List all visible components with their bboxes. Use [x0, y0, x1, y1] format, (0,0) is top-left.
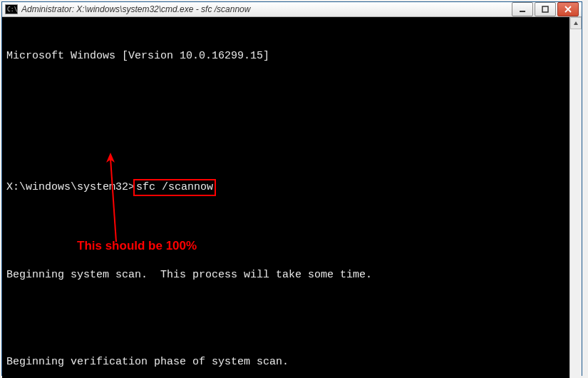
output-line: Beginning verification phase of system s… — [6, 355, 565, 369]
prompt-text: X:\windows\system32> — [6, 181, 135, 193]
terminal-content[interactable]: Microsoft Windows [Version 10.0.16299.15… — [2, 17, 569, 378]
svg-rect-0 — [520, 11, 525, 12]
output-blank — [6, 136, 565, 150]
output-blank — [6, 312, 565, 326]
svg-marker-5 — [574, 21, 578, 25]
window-title: Administrator: X:\windows\system32\cmd.e… — [21, 4, 512, 14]
svg-rect-1 — [542, 6, 548, 12]
titlebar[interactable]: C:\. Administrator: X:\windows\system32\… — [2, 2, 582, 17]
window-controls — [512, 2, 579, 16]
scroll-up-button[interactable] — [570, 17, 582, 29]
output-line: Beginning system scan. This process will… — [6, 268, 565, 282]
command-highlight: sfc /scannow — [133, 179, 216, 196]
close-button[interactable] — [557, 2, 579, 16]
terminal-area: Microsoft Windows [Version 10.0.16299.15… — [2, 17, 582, 378]
cmd-window: C:\. Administrator: X:\windows\system32\… — [1, 1, 582, 376]
annotation-text: This should be 100% — [77, 238, 234, 255]
output-blank — [6, 92, 565, 106]
svg-marker-4 — [106, 153, 115, 163]
maximize-button[interactable] — [535, 2, 556, 16]
output-blank — [6, 225, 565, 240]
output-line: Microsoft Windows [Version 10.0.16299.15… — [6, 49, 565, 63]
minimize-button[interactable] — [512, 2, 533, 16]
cmd-icon: C:\. — [5, 4, 18, 14]
prompt-line: X:\windows\system32>sfc /scannow — [6, 179, 565, 196]
scrollbar[interactable] — [569, 17, 582, 378]
